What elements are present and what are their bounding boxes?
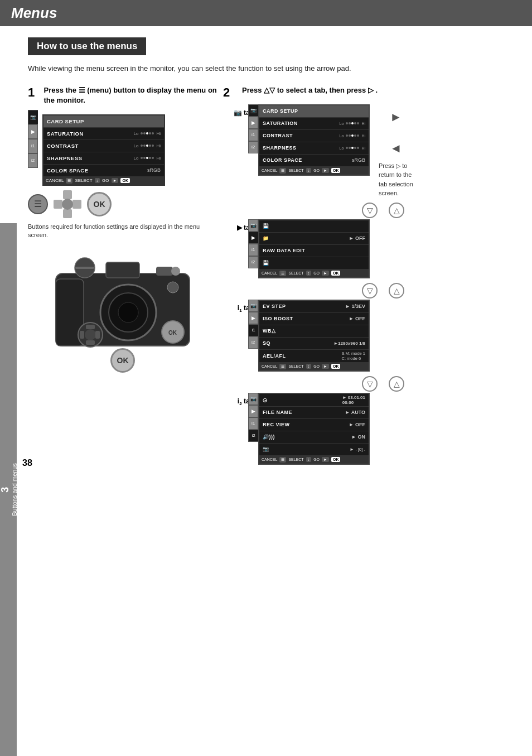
main-content: How to use the menus While viewing the m… — [0, 26, 532, 479]
svg-rect-17 — [95, 331, 100, 339]
i1-footer: CANCEL☰ SELECT↕ GO► OK — [259, 363, 369, 370]
down-arrow-1: ▽ — [362, 203, 378, 218]
section-heading: How to use the menus — [28, 37, 146, 55]
svg-text:OK: OK — [168, 330, 177, 336]
step2-text: Press △▽ to select a tab, then press ▷ . — [242, 85, 378, 95]
camera-tab-icons: 📷 ▶ i1 i2 — [248, 104, 258, 153]
svg-point-4 — [118, 302, 138, 322]
svg-rect-6 — [156, 267, 173, 276]
step1-caption: Buttons required for function settings a… — [28, 223, 217, 240]
i1-wb: WB△ — [259, 325, 369, 338]
menu-screen-wrapper: 📷 ▶ i1 i2 CARD SETUP SATURATION Lo — [28, 110, 217, 186]
svg-rect-9 — [75, 267, 94, 269]
i2-recview: REC VIEW ► OFF — [259, 419, 369, 431]
menu-row-sharpness: SHARPNESS Lo Hi — [43, 152, 164, 165]
i2-filename: FILE NAME ► AUTO — [259, 407, 369, 419]
play-tab-screen-wrap: 📷 ▶ i1 i2 💾 📁 ► OFF — [258, 219, 370, 278]
up-arrow-3: △ — [389, 376, 404, 392]
i2-tab-icons: 📷 ▶ i1 i2 — [248, 393, 258, 442]
step2-col: 2 Press △▽ to select a tab, then press ▷… — [223, 85, 510, 468]
page-number: 38 — [22, 458, 32, 468]
i1-tab-item: i1 tab 📷 ▶ i1 i2 EV STEP ► 1/3EV — [223, 300, 510, 372]
arrow-center — [62, 199, 73, 210]
menu-screen-main: CARD SETUP SATURATION Lo Hi CONTRAST Lo — [42, 114, 165, 186]
i1-tab-screen: EV STEP ► 1/3EV ISO BOOST ► OFF WB△ — [258, 300, 370, 372]
play-row1: 💾 — [259, 220, 369, 233]
cam-saturation: SATURATION Lo Hi — [259, 118, 369, 130]
svg-rect-5 — [106, 262, 139, 278]
svg-point-7 — [171, 267, 180, 276]
cam-footer: CANCEL☰ SELECT↕ GO► OK — [259, 167, 369, 175]
step1-number: 1 — [28, 85, 40, 100]
tab-screens-flow: 📷 tab 📷 ▶ i1 i2 CARD SETUP — [223, 104, 510, 468]
ok-label-bottom: OK — [28, 348, 217, 373]
menu-footer-1: CANCEL☰ SELECT↕ GO► OK — [43, 177, 164, 185]
arrow-up — [63, 190, 72, 199]
nav-between-i1-i2: ▽ △ — [257, 375, 510, 393]
arrow-right-large: ► — [390, 110, 402, 124]
menu-button-icon: ☰ — [28, 194, 48, 214]
play-tab-icons: 📷 ▶ i1 i2 — [248, 219, 258, 268]
tab-camera: 📷 — [28, 110, 38, 124]
camera-header: CARD SETUP — [259, 105, 369, 118]
step2-number: 2 — [223, 85, 239, 100]
camera-svg: ☰ OK — [45, 245, 201, 351]
arrow-right — [72, 200, 81, 209]
camera-tab-screen: CARD SETUP SATURATION Lo Hi — [258, 104, 370, 176]
cam-contrast: CONTRAST Lo Hi — [259, 130, 369, 142]
i2-datetime: ◶ ► 03.01.0100:00 — [259, 394, 369, 407]
i2-footer: CANCEL☰ SELECT↕ GO► OK — [259, 456, 369, 464]
right-arrow-area: ► ◄ Press ▷ toreturn to thetab selection… — [379, 110, 413, 198]
arrow-pad — [54, 190, 81, 218]
i1-tab-icons: 📷 ▶ i1 i2 — [248, 300, 258, 349]
ok-button: OK — [87, 192, 112, 216]
intro-text: While viewing the menu screen in the mon… — [28, 63, 510, 74]
menu-row-saturation: SATURATION Lo Hi — [43, 128, 164, 140]
tab-play: ▶ — [28, 124, 38, 139]
play-tab-item: ▶ tab 📷 ▶ i1 i2 💾 — [223, 219, 510, 278]
nav-between-play-i1: ▽ △ — [257, 282, 510, 300]
nav-between-cam-play: ▽ △ — [257, 201, 510, 219]
svg-point-13 — [85, 329, 96, 340]
down-arrow-2: ▽ — [362, 283, 378, 298]
i1-tab-screen-wrap: 📷 ▶ i1 i2 EV STEP ► 1/3EV ISO BOOST — [258, 300, 370, 372]
i2-tab-item: i2 tab 📷 ▶ i1 i2 ◶ ► 03.01.0100:00 — [223, 393, 510, 465]
arrow-left-large: ◄ — [390, 141, 402, 156]
play-footer: CANCEL☰ SELECT↕ GO► OK — [259, 269, 369, 277]
i2-misc: 📷 ► . [0] . — [259, 444, 369, 456]
i1-ev-step: EV STEP ► 1/3EV — [259, 301, 369, 313]
arrow-left — [54, 200, 62, 209]
button-controls: ☰ OK — [28, 190, 217, 218]
i2-tab-screen-wrap: 📷 ▶ i1 i2 ◶ ► 03.01.0100:00 FILE NAME — [258, 393, 370, 465]
play-row2: 📁 ► OFF — [259, 233, 369, 245]
menu-row-contrast: CONTRAST Lo Hi — [43, 140, 164, 152]
svg-rect-15 — [86, 340, 95, 345]
steps-layout: 1 Press the ☰ (menu) button to display t… — [28, 85, 510, 468]
tab-i2: i2 — [28, 153, 38, 168]
step1-text: Press the ☰ (menu) button to display the… — [43, 85, 217, 105]
tab-icons: 📷 ▶ i1 i2 — [28, 110, 38, 168]
i1-afl: AEL/AFL S.M: mode 1C: mode 6 — [259, 350, 369, 363]
down-arrow-3: ▽ — [362, 376, 378, 392]
up-arrow-1: △ — [389, 203, 404, 218]
cam-sharpness: SHARPNESS Lo Hi — [259, 142, 369, 155]
camera-tab-screen-wrap: 📷 ▶ i1 i2 CARD SETUP SATURATION Lo — [258, 104, 370, 176]
tab-i1: i1 — [28, 139, 38, 153]
step1-col: 1 Press the ☰ (menu) button to display t… — [28, 85, 217, 378]
svg-rect-16 — [80, 331, 84, 339]
menu-header-row: CARD SETUP — [43, 115, 164, 128]
menu-row-colorspace: COLOR SPACE sRGB — [43, 165, 164, 177]
play-raw-edit: RAW DATA EDIT — [259, 245, 369, 257]
up-arrow-2: △ — [389, 283, 404, 298]
i1-iso-boost: ISO BOOST ► OFF — [259, 313, 369, 325]
play-tab-screen: 💾 📁 ► OFF RAW DATA EDIT — [258, 219, 370, 278]
i2-tab-screen: ◶ ► 03.01.0100:00 FILE NAME ► AUTO REC V… — [258, 393, 370, 465]
page-header: Menus — [0, 0, 532, 26]
play-row4: 💾 — [259, 257, 369, 269]
page-title: Menus — [11, 4, 521, 22]
i2-sound: 🔊))) ► ON — [259, 431, 369, 444]
arrow-down — [63, 209, 72, 218]
step1-header: 1 Press the ☰ (menu) button to display t… — [28, 85, 217, 105]
camera-tab-item: 📷 tab 📷 ▶ i1 i2 CARD SETUP — [223, 104, 510, 198]
camera-image-area: ☰ OK OK — [28, 245, 217, 373]
